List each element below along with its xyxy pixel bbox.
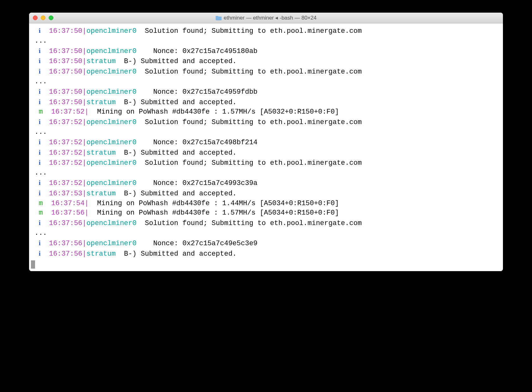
log-line: i 16:37:50|openclminer0 Nonce: 0x27c15a7… (30, 87, 502, 97)
timestamp: 16:37:52 (49, 149, 82, 157)
log-line: i 16:37:53|stratum B-) Submitted and acc… (30, 188, 502, 199)
terminal-output[interactable]: i 16:37:50|openclminer0 Solution found; … (29, 23, 503, 271)
window-titlebar[interactable]: ethminer — ethminer ◂ -bash — 80×24 (29, 13, 503, 23)
log-line: i 16:37:50|stratum B-) Submitted and acc… (30, 56, 502, 67)
log-message: Solution found; Submitting to eth.pool.m… (136, 118, 362, 126)
log-line: ... (30, 36, 502, 46)
log-message: Nonce: 0x27c15a7c498bf214 (136, 139, 257, 146)
separator-pipe: | (82, 139, 87, 146)
log-source: stratum (87, 98, 116, 106)
log-message: Nonce: 0x27c15a7c495180ab (136, 47, 257, 55)
timestamp: 16:37:56 (49, 250, 82, 258)
log-line: m 16:37:56| Mining on PoWhash #db4430fe … (30, 208, 502, 218)
separator-pipe: | (82, 179, 87, 187)
log-source: stratum (87, 190, 116, 198)
timestamp: 16:37:52 (51, 108, 85, 116)
separator-pipe: | (85, 108, 89, 116)
separator-pipe: | (82, 27, 87, 35)
log-line: i 16:37:52|openclminer0 Nonce: 0x27c15a7… (30, 178, 502, 188)
log-source: stratum (87, 149, 116, 157)
timestamp: 16:37:50 (49, 47, 82, 55)
ellipsis-text: ... (30, 169, 47, 177)
log-line: ... (30, 229, 502, 238)
log-line: ... (30, 77, 502, 87)
log-source: stratum (87, 250, 116, 258)
log-source: openclminer0 (87, 139, 136, 146)
ellipsis-text: ... (30, 229, 47, 237)
log-message: Solution found; Submitting to eth.pool.m… (136, 68, 362, 76)
log-line: i 16:37:50|openclminer0 Solution found; … (30, 26, 502, 36)
log-line: i 16:37:50|stratum B-) Submitted and acc… (30, 97, 502, 108)
traffic-lights (29, 15, 53, 20)
log-message: Nonce: 0x27c15a7c49e5c3e9 (136, 240, 257, 247)
log-message: B-) Submitted and accepted. (116, 98, 237, 106)
log-source: openclminer0 (87, 159, 136, 167)
log-source: openclminer0 (87, 27, 136, 35)
timestamp: 16:37:50 (49, 27, 82, 35)
close-button[interactable] (33, 15, 38, 20)
mining-level-icon: m (39, 199, 43, 207)
timestamp: 16:37:50 (49, 98, 82, 106)
log-line: i 16:37:50|openclminer0 Solution found; … (30, 67, 502, 77)
separator-pipe: | (85, 209, 89, 217)
prompt-line[interactable] (30, 259, 502, 269)
timestamp: 16:37:50 (49, 68, 82, 76)
log-source: openclminer0 (87, 47, 136, 55)
log-source: openclminer0 (87, 88, 136, 96)
log-message: Mining on PoWhash #db4430fe : 1.57MH/s [… (89, 209, 339, 217)
log-line: ... (30, 128, 502, 137)
separator-pipe: | (82, 159, 87, 167)
log-line: i 16:37:52|openclminer0 Solution found; … (30, 117, 502, 128)
log-line: i 16:37:52|stratum B-) Submitted and acc… (30, 148, 502, 158)
log-message: Mining on PoWhash #db4430fe : 1.57MH/s [… (89, 108, 339, 116)
log-message: Solution found; Submitting to eth.pool.m… (136, 159, 362, 167)
timestamp: 16:37:56 (51, 209, 85, 217)
log-line: ... (30, 168, 502, 178)
ellipsis-text: ... (30, 37, 47, 45)
separator-pipe: | (82, 219, 87, 227)
timestamp: 16:37:50 (49, 88, 82, 96)
timestamp: 16:37:52 (49, 139, 82, 146)
log-line: i 16:37:56|stratum B-) Submitted and acc… (30, 249, 502, 259)
log-message: B-) Submitted and accepted. (116, 57, 237, 65)
log-source: openclminer0 (87, 68, 136, 76)
folder-icon (215, 15, 222, 21)
separator-pipe: | (82, 68, 87, 76)
maximize-button[interactable] (49, 15, 53, 20)
timestamp: 16:37:56 (49, 240, 82, 247)
cursor (31, 260, 35, 269)
ellipsis-text: ... (30, 128, 47, 136)
timestamp: 16:37:52 (49, 118, 82, 126)
log-message: B-) Submitted and accepted. (116, 149, 237, 157)
timestamp: 16:37:52 (49, 159, 82, 167)
separator-pipe: | (82, 47, 87, 55)
minimize-button[interactable] (41, 15, 45, 20)
separator-pipe: | (82, 98, 87, 106)
log-message: B-) Submitted and accepted. (116, 190, 237, 198)
timestamp: 16:37:50 (49, 57, 82, 65)
separator-pipe: | (85, 199, 89, 207)
log-message: Solution found; Submitting to eth.pool.m… (136, 219, 362, 227)
separator-pipe: | (82, 57, 87, 65)
log-message: Mining on PoWhash #db4430fe : 1.44MH/s [… (89, 199, 339, 207)
timestamp: 16:37:56 (49, 219, 82, 227)
separator-pipe: | (82, 240, 87, 247)
timestamp: 16:37:54 (51, 199, 85, 207)
timestamp: 16:37:53 (49, 190, 82, 198)
separator-pipe: | (82, 149, 87, 157)
separator-pipe: | (82, 88, 87, 96)
log-source: openclminer0 (87, 219, 136, 227)
separator-pipe: | (82, 190, 87, 198)
separator-pipe: | (82, 250, 87, 258)
log-line: m 16:37:54| Mining on PoWhash #db4430fe … (30, 199, 502, 209)
window-title-text: ethminer — ethminer ◂ -bash — 80×24 (224, 15, 317, 21)
log-message: Nonce: 0x27c15a7c4959fdbb (136, 88, 257, 96)
log-line: m 16:37:52| Mining on PoWhash #db4430fe … (30, 107, 502, 117)
log-source: stratum (87, 57, 116, 65)
log-line: i 16:37:56|openclminer0 Solution found; … (30, 218, 502, 229)
mining-level-icon: m (39, 108, 43, 116)
ellipsis-text: ... (30, 78, 47, 86)
log-source: openclminer0 (87, 118, 136, 126)
log-line: i 16:37:52|openclminer0 Solution found; … (30, 158, 502, 168)
log-message: Solution found; Submitting to eth.pool.m… (136, 27, 362, 35)
